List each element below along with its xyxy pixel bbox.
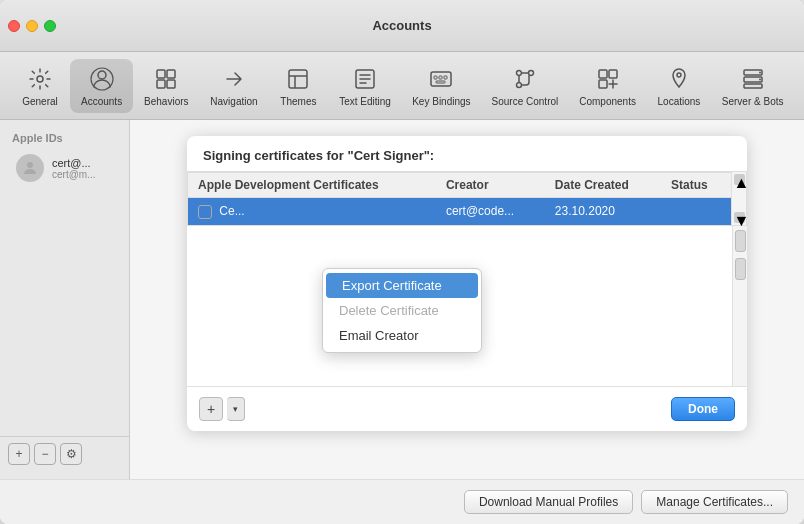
toolbar-item-server-bots[interactable]: Server & Bots [711, 59, 794, 113]
svg-rect-13 [436, 81, 445, 83]
sidebar: Apple IDs cert@... cert@m... + − ⚙ [0, 120, 130, 479]
toolbar-item-accounts[interactable]: Accounts [70, 59, 133, 113]
context-menu-delete: Delete Certificate [323, 298, 481, 323]
text-editing-icon [351, 65, 379, 93]
col-header-creator: Creator [436, 173, 545, 198]
locations-icon [665, 65, 693, 93]
toolbar-item-general[interactable]: General [10, 59, 70, 113]
key-bindings-icon [427, 65, 455, 93]
toolbar-item-behaviors[interactable]: Behaviors [133, 59, 199, 113]
cert-name-cell: Ce... [188, 198, 436, 225]
add-account-button[interactable]: + [8, 443, 30, 465]
text-editing-label: Text Editing [339, 96, 391, 107]
svg-rect-12 [444, 76, 447, 79]
cert-name-text: Ce... [219, 204, 244, 218]
server-bots-icon [739, 65, 767, 93]
toolbar-item-source-control[interactable]: Source Control [481, 59, 568, 113]
navigation-icon [220, 65, 248, 93]
svg-rect-17 [599, 70, 607, 78]
toolbar-item-text-editing[interactable]: Text Editing [328, 59, 401, 113]
footer-left-buttons: + ▾ [199, 397, 245, 421]
traffic-lights [8, 20, 56, 32]
navigation-label: Navigation [210, 96, 257, 107]
col-header-date: Date Created [545, 173, 661, 198]
themes-label: Themes [280, 96, 316, 107]
accounts-icon [88, 65, 116, 93]
components-label: Components [579, 96, 636, 107]
svg-rect-18 [609, 70, 617, 78]
svg-point-26 [27, 162, 33, 168]
main-content: Apple IDs cert@... cert@m... + − ⚙ [0, 120, 804, 479]
panel-scrollbars [732, 226, 747, 386]
behaviors-label: Behaviors [144, 96, 188, 107]
table-row[interactable]: Ce... cert@code... 23.10.2020 [188, 198, 731, 225]
cert-date-cell: 23.10.2020 [545, 198, 661, 225]
svg-point-0 [37, 76, 43, 82]
svg-rect-6 [167, 80, 175, 88]
window-title: Accounts [372, 18, 431, 33]
cert-table-container: Apple Development Certificates Creator D… [187, 171, 747, 226]
remove-account-button[interactable]: − [34, 443, 56, 465]
toolbar-item-key-bindings[interactable]: Key Bindings [402, 59, 482, 113]
key-bindings-label: Key Bindings [412, 96, 470, 107]
themes-icon [284, 65, 312, 93]
main-window: Accounts General Accounts [0, 0, 804, 524]
svg-point-24 [759, 71, 761, 73]
scroll-up-arrow[interactable]: ▲ [734, 174, 745, 185]
accounts-label: Accounts [81, 96, 122, 107]
context-menu-export[interactable]: Export Certificate [326, 273, 478, 298]
server-bots-label: Server & Bots [722, 96, 784, 107]
add-certificate-button[interactable]: + [199, 397, 223, 421]
svg-point-25 [759, 78, 761, 80]
col-header-name: Apple Development Certificates [188, 173, 436, 198]
col-header-status: Status [661, 173, 731, 198]
scrollbar-bar-1 [735, 230, 746, 252]
bottom-bar: Download Manual Profiles Manage Certific… [0, 479, 804, 524]
behaviors-icon [152, 65, 180, 93]
context-menu-email[interactable]: Email Creator [323, 323, 481, 348]
sidebar-account-name: cert@... [52, 157, 96, 169]
maximize-button[interactable] [44, 20, 56, 32]
done-button[interactable]: Done [671, 397, 735, 421]
svg-rect-7 [289, 70, 307, 88]
sidebar-footer: + − ⚙ [0, 436, 129, 471]
sidebar-item-account[interactable]: cert@... cert@m... [4, 148, 125, 188]
titlebar: Accounts [0, 0, 804, 52]
sidebar-section-title: Apple IDs [0, 128, 129, 148]
add-certificate-chevron[interactable]: ▾ [227, 397, 245, 421]
svg-rect-23 [744, 84, 762, 88]
svg-point-1 [98, 71, 106, 79]
cert-creator-cell: cert@code... [436, 198, 545, 225]
sidebar-text: cert@... cert@m... [52, 157, 96, 180]
toolbar-item-components[interactable]: Components [569, 59, 647, 113]
minimize-button[interactable] [26, 20, 38, 32]
cert-status-cell [661, 198, 731, 225]
cert-checkbox[interactable] [198, 205, 212, 219]
cert-table-scroll: Apple Development Certificates Creator D… [188, 172, 731, 225]
toolbar-item-navigation[interactable]: Navigation [199, 59, 268, 113]
settings-account-button[interactable]: ⚙ [60, 443, 82, 465]
toolbar-item-locations[interactable]: Locations [647, 59, 712, 113]
avatar [16, 154, 44, 182]
dialog-title: Signing certificates for "Cert Signer": [187, 136, 747, 171]
dialog-footer: + ▾ Done [187, 386, 747, 431]
download-profiles-button[interactable]: Download Manual Profiles [464, 490, 633, 514]
source-control-label: Source Control [492, 96, 559, 107]
manage-certificates-button[interactable]: Manage Certificates... [641, 490, 788, 514]
svg-rect-19 [599, 80, 607, 88]
toolbar-item-themes[interactable]: Themes [268, 59, 328, 113]
locations-label: Locations [658, 96, 701, 107]
svg-rect-5 [157, 80, 165, 88]
context-menu: Export Certificate Delete Certificate Em… [322, 268, 482, 353]
scrollbar-bar-2 [735, 258, 746, 280]
content-area: Signing certificates for "Cert Signer": … [130, 120, 804, 479]
components-icon [594, 65, 622, 93]
svg-point-20 [677, 73, 681, 77]
general-label: General [22, 96, 58, 107]
scroll-down-arrow[interactable]: ▼ [734, 212, 745, 223]
svg-rect-11 [439, 76, 442, 79]
toolbar: General Accounts Behaviors [0, 52, 804, 120]
close-button[interactable] [8, 20, 20, 32]
vertical-scrollbar[interactable]: ▲ ▼ [731, 172, 746, 225]
svg-rect-4 [167, 70, 175, 78]
